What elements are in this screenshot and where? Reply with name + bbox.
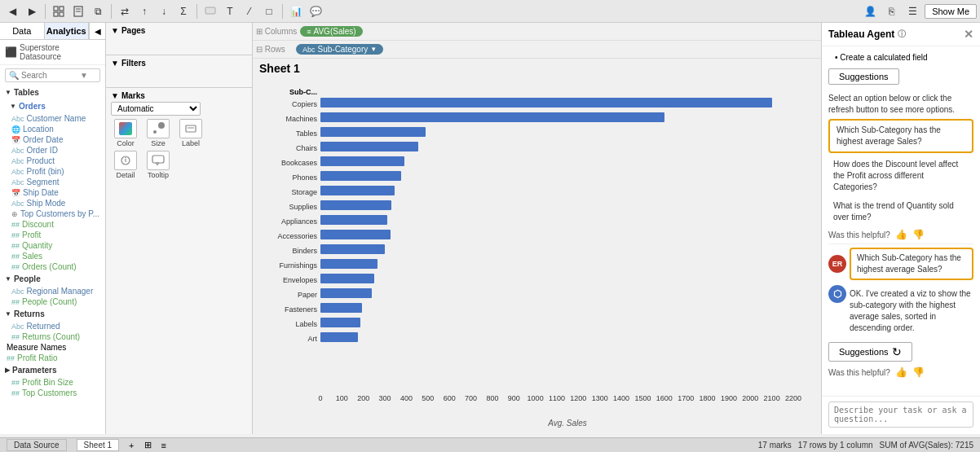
field-ship-mode[interactable]: Abc Ship Mode (0, 198, 105, 208)
returns-section-header[interactable]: ▼ Returns (0, 307, 105, 321)
thumbs-up-icon-2[interactable]: 👍 (895, 366, 907, 378)
bar[interactable] (320, 244, 385, 254)
agent-close-btn[interactable]: ✕ (964, 28, 973, 41)
field-profit-ratio[interactable]: ## Profit Ratio (0, 353, 105, 363)
thumbs-up-icon[interactable]: 👍 (895, 229, 907, 240)
bar[interactable] (320, 127, 426, 137)
chart-btn[interactable]: 📊 (287, 2, 305, 20)
people-section-header[interactable]: ▼ People (0, 272, 105, 286)
hash-icon7: ## (11, 333, 20, 341)
field-orders-count[interactable]: ## Orders (Count) (0, 261, 105, 272)
hash-icon9: ## (11, 379, 20, 387)
field-order-date[interactable]: 📅 Order Date (0, 134, 105, 145)
datasource-label: ⬛ Superstore Datasource (0, 40, 105, 65)
agent-input[interactable] (828, 402, 973, 428)
shelf-panel: ▼ Pages ▼ Filters ▼ Marks Automatic Bar … (106, 23, 253, 434)
bar[interactable] (320, 200, 391, 210)
forward-btn[interactable]: ▶ (23, 2, 41, 20)
line-btn[interactable]: ∕ (241, 2, 258, 20)
thumbs-down-icon-2[interactable]: 👎 (912, 366, 925, 378)
sheet1-tab[interactable]: Sheet 1 (77, 439, 119, 451)
bar[interactable] (320, 230, 391, 239)
marks-size-btn[interactable]: Size (143, 119, 173, 147)
tooltip-btn[interactable]: 💬 (307, 2, 324, 20)
bar[interactable] (320, 288, 372, 298)
tables-section-header[interactable]: ▼ Tables (0, 86, 105, 99)
params-section-header[interactable]: ▶ Parameters (0, 363, 105, 377)
area-btn[interactable]: □ (260, 2, 278, 20)
duplicate-btn[interactable]: ⧉ (89, 2, 107, 20)
text-btn[interactable]: T (221, 2, 239, 20)
search-input[interactable] (21, 71, 78, 80)
share-btn[interactable]: ⎘ (882, 2, 900, 20)
suggestions-button-2[interactable]: Suggestions ↻ (828, 342, 912, 362)
list-view-btn[interactable]: ≡ (161, 441, 166, 450)
field-product[interactable]: Abc Product (0, 156, 105, 166)
globe-icon: 🌐 (11, 125, 20, 134)
sum-btn[interactable]: Σ (174, 2, 192, 20)
field-order-id[interactable]: Abc Order ID (0, 145, 105, 156)
field-profit-bin-size[interactable]: ## Profit Bin Size (0, 377, 105, 388)
show-me-button[interactable]: Show Me (925, 4, 977, 19)
field-customer-name[interactable]: Abc Customer Name (0, 113, 105, 124)
field-top-customers-param[interactable]: ## Top Customers (0, 388, 105, 398)
account-btn[interactable]: 👤 (861, 2, 879, 20)
suggestions-button[interactable]: Suggestions (828, 68, 899, 85)
bar[interactable] (320, 332, 358, 342)
bar[interactable] (320, 215, 387, 225)
data-source-tab[interactable]: Data Source (7, 439, 67, 451)
sort-asc-btn[interactable]: ↑ (135, 2, 153, 20)
bar[interactable] (320, 112, 664, 122)
tab-data[interactable]: Data (0, 23, 45, 39)
field-location[interactable]: 🌐 Location (0, 124, 105, 134)
bar[interactable] (320, 156, 404, 166)
new-worksheet-btn[interactable] (69, 2, 87, 20)
bar[interactable] (320, 274, 374, 283)
grid-view-btn[interactable]: ⊞ (144, 440, 152, 450)
marks-type-select[interactable]: Automatic Bar Line Area (111, 102, 201, 116)
suggestion-3[interactable]: What is the trend of Quantity sold over … (828, 198, 973, 226)
field-top-customers[interactable]: ⊕ Top Customers by P... (0, 208, 105, 219)
field-discount[interactable]: ## Discount (0, 219, 105, 230)
field-quantity[interactable]: ## Quantity (0, 240, 105, 251)
suggestion-1[interactable]: Which Sub-Category has the highest avera… (828, 119, 973, 153)
sidebar-collapse-btn[interactable]: ◀ (89, 23, 105, 39)
bar[interactable] (320, 171, 401, 181)
marks-color-btn[interactable]: Color (111, 119, 140, 147)
bar[interactable] (320, 98, 772, 108)
field-segment[interactable]: Abc Segment (0, 177, 105, 187)
field-profit-bin[interactable]: Abc Profit (bin) (0, 166, 105, 177)
field-measure-names[interactable]: Measure Names (0, 342, 105, 353)
field-sales[interactable]: ## Sales (0, 251, 105, 261)
tab-analytics[interactable]: Analytics (45, 23, 90, 39)
highlight-btn[interactable] (201, 2, 219, 20)
field-ship-date[interactable]: 📅 Ship Date (0, 187, 105, 198)
new-sheet-btn[interactable]: + (129, 441, 134, 450)
bar[interactable] (320, 186, 395, 195)
search-box[interactable]: 🔍 ▼ (5, 68, 100, 82)
orders-arrow: ▼ (10, 103, 16, 110)
bar[interactable] (320, 318, 360, 327)
field-profit[interactable]: ## Profit (0, 230, 105, 240)
sort-desc-btn[interactable]: ↓ (155, 2, 173, 20)
field-returns-count[interactable]: ## Returns (Count) (0, 331, 105, 342)
marks-tooltip-btn[interactable]: Tooltip (143, 151, 173, 179)
marks-detail-btn[interactable]: Detail (111, 151, 140, 179)
bar[interactable] (320, 303, 362, 313)
back-btn[interactable]: ◀ (3, 2, 21, 20)
orders-subsection[interactable]: ▼ Orders (0, 99, 105, 113)
new-datasource-btn[interactable] (50, 2, 68, 20)
marks-label-btn[interactable]: Label (176, 119, 205, 147)
y-label: Furnishings (259, 259, 320, 272)
field-regional-manager[interactable]: Abc Regional Manager (0, 286, 105, 296)
menu-btn[interactable]: ☰ (903, 2, 921, 20)
thumbs-down-icon[interactable]: 👎 (912, 229, 925, 240)
columns-pill[interactable]: ≡ AVG(Sales) (300, 26, 362, 37)
suggestion-2[interactable]: How does the Discount level affect the P… (828, 156, 973, 195)
bar[interactable] (320, 259, 377, 269)
rows-pill[interactable]: Abc Sub-Category ▼ (296, 44, 383, 55)
bar[interactable] (320, 142, 418, 151)
swap-btn[interactable]: ⇄ (116, 2, 134, 20)
field-people-count[interactable]: ## People (Count) (0, 296, 105, 307)
field-returned[interactable]: Abc Returned (0, 321, 105, 331)
